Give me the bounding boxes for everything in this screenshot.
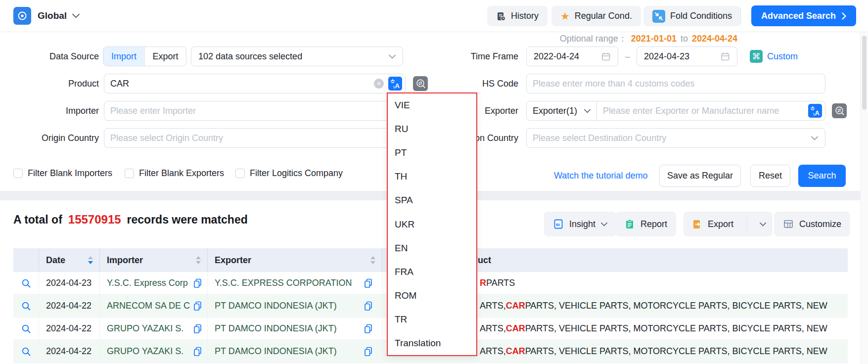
- custom-icon: ⌘: [750, 50, 763, 63]
- export-button[interactable]: Export: [684, 212, 741, 236]
- language-option-ru[interactable]: RU: [388, 117, 476, 141]
- importer-input[interactable]: [104, 106, 405, 116]
- button-divider: [747, 217, 747, 231]
- end-date-input[interactable]: 2024-04-23: [637, 46, 737, 66]
- copy-icon[interactable]: [193, 301, 202, 311]
- copy-icon[interactable]: [193, 278, 202, 288]
- date-cell: 2024-04-23: [39, 272, 100, 294]
- origin-country-input[interactable]: [104, 133, 391, 143]
- history-button[interactable]: History: [487, 6, 548, 26]
- view-detail-icon[interactable]: [21, 324, 31, 334]
- sort-icon[interactable]: [196, 256, 201, 264]
- tutorial-link[interactable]: Watch the tutorial demo: [554, 165, 647, 187]
- export-tab[interactable]: Export: [144, 47, 186, 66]
- view-detail-icon[interactable]: [21, 347, 31, 357]
- importer-name[interactable]: Y.S.C. Express Corp: [107, 278, 188, 288]
- sort-icon[interactable]: [88, 256, 93, 264]
- translate-icon[interactable]: A: [388, 77, 402, 91]
- data-sources-value: 102 data sources selected: [191, 51, 302, 62]
- product-label: Product: [0, 74, 99, 93]
- exporter-name[interactable]: Y.S.C. EXPRESS CORPORATION: [215, 278, 352, 288]
- origin-country-label: Origin Country: [0, 128, 99, 148]
- product-input[interactable]: [104, 79, 374, 89]
- scrollbar-thumb[interactable]: [862, 36, 867, 110]
- sort-icon[interactable]: [370, 256, 375, 264]
- fold-conditions-button[interactable]: Fold Conditions: [643, 6, 741, 26]
- exporter-input[interactable]: [597, 106, 808, 116]
- view-detail-icon[interactable]: [21, 278, 31, 288]
- filter-blank-exporters-checkbox[interactable]: Filter Blank Exporters: [125, 168, 224, 179]
- filter-blank-importers-checkbox[interactable]: Filter Blank Importers: [13, 168, 112, 179]
- language-option-en[interactable]: EN: [388, 236, 476, 260]
- copy-icon[interactable]: [364, 278, 373, 288]
- filter-blank-importers-label: Filter Blank Importers: [28, 168, 112, 179]
- language-option-th[interactable]: TH: [388, 165, 476, 188]
- region-selector[interactable]: Global: [38, 0, 80, 32]
- filter-logitics-company-label: Filter Logitics Company: [250, 168, 343, 179]
- exporter-name[interactable]: PT DAMCO INDONESIA (JKT): [215, 346, 337, 357]
- export-icon: [691, 219, 702, 229]
- language-option-rom[interactable]: ROM: [388, 284, 476, 308]
- copy-icon[interactable]: [364, 301, 373, 311]
- language-option-translation[interactable]: Translation: [388, 331, 476, 355]
- data-source-label: Data Source: [0, 46, 99, 66]
- import-tab[interactable]: Import: [103, 47, 144, 66]
- destination-country-input[interactable]: [527, 133, 811, 143]
- importer-column-header[interactable]: Importer: [100, 248, 208, 272]
- importer-label: Importer: [0, 101, 99, 121]
- app-logo[interactable]: [13, 7, 31, 25]
- language-option-fra[interactable]: FRA: [388, 260, 476, 284]
- results-summary: A total of 15570915 records were matched: [13, 213, 248, 227]
- copy-icon[interactable]: [193, 346, 202, 357]
- similar-search-icon[interactable]: [832, 103, 847, 118]
- insight-button[interactable]: BI Insight: [544, 212, 616, 236]
- export-more-button[interactable]: [753, 212, 773, 236]
- regular-cond-button[interactable]: ★ Regular Cond.: [551, 6, 641, 26]
- advanced-search-button[interactable]: Advanced Search: [751, 5, 856, 26]
- importer-name[interactable]: ARNECOM SA DE C: [107, 301, 190, 311]
- reset-button[interactable]: Reset: [750, 165, 790, 187]
- regular-cond-icon: ★: [560, 11, 570, 21]
- destination-country-select[interactable]: [526, 128, 825, 148]
- hs-code-input[interactable]: [527, 79, 825, 89]
- data-sources-select[interactable]: 102 data sources selected: [191, 46, 403, 66]
- exporter-column-header[interactable]: Exporter: [208, 248, 382, 272]
- language-option-pt[interactable]: PT: [388, 141, 476, 165]
- optional-range: Optional range： 2021-01-01 to 2024-04-24: [445, 32, 737, 46]
- report-button[interactable]: Report: [615, 212, 676, 236]
- language-option-tr[interactable]: TR: [388, 308, 476, 331]
- fold-conditions-icon: [652, 10, 665, 23]
- search-button[interactable]: Search: [798, 165, 846, 187]
- view-detail-icon[interactable]: [21, 301, 31, 311]
- exporter-name[interactable]: PT DAMCO INDONESIA (JKT): [215, 323, 337, 334]
- origin-country-select[interactable]: [104, 128, 406, 148]
- customize-button[interactable]: Customize: [774, 212, 850, 236]
- custom-range-button[interactable]: ⌘ Custom: [750, 50, 798, 63]
- clear-icon[interactable]: ✕: [374, 79, 384, 89]
- importer-cell: GRUPO YAZAKI S.: [100, 340, 208, 363]
- language-option-vie[interactable]: VIE: [388, 93, 476, 117]
- translate-icon[interactable]: A: [808, 104, 822, 118]
- top-bar: Global History ★ Regular Cond. Fold Cond…: [0, 0, 868, 32]
- importer-name[interactable]: GRUPO YAZAKI S.: [107, 346, 183, 357]
- save-as-regular-button[interactable]: Save as Regular: [659, 165, 741, 187]
- exporter-name[interactable]: PT DAMCO INDONESIA (JKT): [215, 301, 337, 311]
- scrollbar-track[interactable]: [860, 32, 868, 364]
- language-option-ukr[interactable]: UKR: [388, 212, 476, 236]
- copy-icon[interactable]: [364, 323, 373, 334]
- logo-icon: [17, 10, 28, 21]
- copy-icon[interactable]: [193, 323, 202, 334]
- svg-text:BI: BI: [556, 223, 560, 227]
- exporter-type-select[interactable]: Exporter(1): [527, 101, 596, 120]
- copy-icon[interactable]: [364, 346, 373, 357]
- export-label: Export: [708, 219, 733, 229]
- language-option-spa[interactable]: SPA: [388, 188, 476, 212]
- start-date-input[interactable]: 2022-04-24: [526, 46, 618, 66]
- date-value: 2024-04-22: [46, 346, 91, 357]
- date-value: 2024-04-23: [46, 278, 91, 288]
- chevron-down-icon: [389, 54, 396, 59]
- filter-logitics-company-checkbox[interactable]: Filter Logitics Company: [235, 168, 343, 179]
- importer-name[interactable]: GRUPO YAZAKI S.: [107, 323, 183, 334]
- date-column-header[interactable]: Date: [39, 248, 100, 272]
- detail-cell: [13, 340, 39, 363]
